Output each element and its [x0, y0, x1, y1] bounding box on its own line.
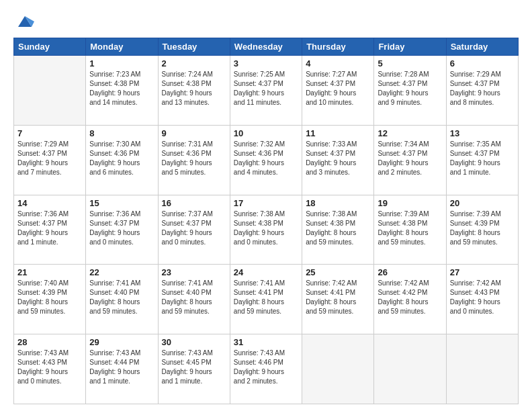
page: SundayMondayTuesdayWednesdayThursdayFrid… — [0, 0, 532, 411]
day-number: 6 — [450, 58, 515, 68]
day-info: Sunrise: 7:43 AM Sunset: 4:45 PM Dayligh… — [162, 349, 226, 386]
calendar-table: SundayMondayTuesdayWednesdayThursdayFrid… — [13, 38, 519, 404]
day-number: 31 — [234, 337, 298, 347]
day-info: Sunrise: 7:40 AM Sunset: 4:39 PM Dayligh… — [17, 279, 82, 316]
day-number: 4 — [306, 58, 370, 68]
calendar-cell: 15Sunrise: 7:36 AM Sunset: 4:37 PM Dayli… — [86, 195, 158, 265]
day-info: Sunrise: 7:25 AM Sunset: 4:37 PM Dayligh… — [234, 70, 298, 107]
day-number: 26 — [378, 267, 442, 277]
day-number: 2 — [162, 58, 226, 68]
calendar-week-2: 14Sunrise: 7:36 AM Sunset: 4:37 PM Dayli… — [14, 195, 519, 265]
calendar-cell: 22Sunrise: 7:41 AM Sunset: 4:40 PM Dayli… — [86, 265, 158, 334]
day-info: Sunrise: 7:42 AM Sunset: 4:43 PM Dayligh… — [450, 279, 515, 316]
day-info: Sunrise: 7:36 AM Sunset: 4:37 PM Dayligh… — [17, 210, 82, 247]
calendar-cell: 8Sunrise: 7:30 AM Sunset: 4:36 PM Daylig… — [86, 125, 158, 195]
day-info: Sunrise: 7:28 AM Sunset: 4:37 PM Dayligh… — [378, 70, 442, 107]
calendar-cell: 31Sunrise: 7:43 AM Sunset: 4:46 PM Dayli… — [230, 334, 302, 404]
day-number: 13 — [450, 128, 515, 138]
day-number: 15 — [89, 198, 154, 208]
calendar-cell: 24Sunrise: 7:41 AM Sunset: 4:41 PM Dayli… — [230, 265, 302, 334]
day-number: 12 — [378, 128, 442, 138]
day-info: Sunrise: 7:34 AM Sunset: 4:37 PM Dayligh… — [378, 140, 442, 177]
day-number: 3 — [234, 58, 298, 68]
day-info: Sunrise: 7:41 AM Sunset: 4:41 PM Dayligh… — [234, 279, 298, 316]
day-info: Sunrise: 7:38 AM Sunset: 4:38 PM Dayligh… — [306, 210, 370, 247]
calendar-cell: 30Sunrise: 7:43 AM Sunset: 4:45 PM Dayli… — [158, 334, 230, 404]
calendar-cell: 26Sunrise: 7:42 AM Sunset: 4:42 PM Dayli… — [374, 265, 446, 334]
day-number: 30 — [162, 337, 226, 347]
calendar-cell: 12Sunrise: 7:34 AM Sunset: 4:37 PM Dayli… — [374, 125, 446, 195]
calendar-cell: 18Sunrise: 7:38 AM Sunset: 4:38 PM Dayli… — [302, 195, 374, 265]
day-info: Sunrise: 7:39 AM Sunset: 4:39 PM Dayligh… — [450, 210, 515, 247]
day-info: Sunrise: 7:32 AM Sunset: 4:36 PM Dayligh… — [234, 140, 298, 177]
logo-icon — [15, 12, 34, 31]
calendar-cell: 11Sunrise: 7:33 AM Sunset: 4:37 PM Dayli… — [302, 125, 374, 195]
day-info: Sunrise: 7:38 AM Sunset: 4:38 PM Dayligh… — [234, 210, 298, 247]
calendar-week-4: 28Sunrise: 7:43 AM Sunset: 4:43 PM Dayli… — [14, 334, 519, 404]
calendar-cell: 10Sunrise: 7:32 AM Sunset: 4:36 PM Dayli… — [230, 125, 302, 195]
day-info: Sunrise: 7:29 AM Sunset: 4:37 PM Dayligh… — [17, 140, 82, 177]
day-info: Sunrise: 7:37 AM Sunset: 4:37 PM Dayligh… — [162, 210, 226, 247]
day-number: 18 — [306, 198, 370, 208]
calendar-cell: 2Sunrise: 7:24 AM Sunset: 4:38 PM Daylig… — [158, 56, 230, 126]
day-number: 16 — [162, 198, 226, 208]
day-number: 5 — [378, 58, 442, 68]
calendar-cell: 20Sunrise: 7:39 AM Sunset: 4:39 PM Dayli… — [446, 195, 518, 265]
weekday-header-friday: Friday — [374, 38, 446, 56]
calendar-cell: 6Sunrise: 7:29 AM Sunset: 4:37 PM Daylig… — [446, 56, 518, 126]
day-info: Sunrise: 7:39 AM Sunset: 4:38 PM Dayligh… — [378, 210, 442, 247]
calendar-cell: 25Sunrise: 7:42 AM Sunset: 4:41 PM Dayli… — [302, 265, 374, 334]
day-info: Sunrise: 7:27 AM Sunset: 4:37 PM Dayligh… — [306, 70, 370, 107]
day-number: 1 — [89, 58, 154, 68]
calendar-cell: 1Sunrise: 7:23 AM Sunset: 4:38 PM Daylig… — [86, 56, 158, 126]
calendar-cell: 4Sunrise: 7:27 AM Sunset: 4:37 PM Daylig… — [302, 56, 374, 126]
calendar-cell: 7Sunrise: 7:29 AM Sunset: 4:37 PM Daylig… — [14, 125, 86, 195]
day-info: Sunrise: 7:23 AM Sunset: 4:38 PM Dayligh… — [89, 70, 154, 107]
day-info: Sunrise: 7:41 AM Sunset: 4:40 PM Dayligh… — [162, 279, 226, 316]
day-info: Sunrise: 7:31 AM Sunset: 4:36 PM Dayligh… — [162, 140, 226, 177]
day-number: 19 — [378, 198, 442, 208]
calendar-cell: 14Sunrise: 7:36 AM Sunset: 4:37 PM Dayli… — [14, 195, 86, 265]
day-info: Sunrise: 7:30 AM Sunset: 4:36 PM Dayligh… — [89, 140, 154, 177]
day-number: 9 — [162, 128, 226, 138]
logo — [13, 12, 34, 31]
day-info: Sunrise: 7:42 AM Sunset: 4:42 PM Dayligh… — [378, 279, 442, 316]
day-number: 21 — [17, 267, 82, 277]
calendar-week-3: 21Sunrise: 7:40 AM Sunset: 4:39 PM Dayli… — [14, 265, 519, 334]
day-number: 7 — [17, 128, 82, 138]
calendar-cell: 9Sunrise: 7:31 AM Sunset: 4:36 PM Daylig… — [158, 125, 230, 195]
calendar-cell — [446, 334, 518, 404]
weekday-header-thursday: Thursday — [302, 38, 374, 56]
calendar-cell: 13Sunrise: 7:35 AM Sunset: 4:37 PM Dayli… — [446, 125, 518, 195]
day-number: 29 — [89, 337, 154, 347]
day-number: 17 — [234, 198, 298, 208]
day-info: Sunrise: 7:43 AM Sunset: 4:46 PM Dayligh… — [234, 349, 298, 386]
calendar-cell: 3Sunrise: 7:25 AM Sunset: 4:37 PM Daylig… — [230, 56, 302, 126]
calendar-cell: 17Sunrise: 7:38 AM Sunset: 4:38 PM Dayli… — [230, 195, 302, 265]
day-number: 8 — [89, 128, 154, 138]
calendar-cell: 16Sunrise: 7:37 AM Sunset: 4:37 PM Dayli… — [158, 195, 230, 265]
weekday-header-row: SundayMondayTuesdayWednesdayThursdayFrid… — [14, 38, 519, 56]
day-info: Sunrise: 7:35 AM Sunset: 4:37 PM Dayligh… — [450, 140, 515, 177]
calendar-cell — [14, 56, 86, 126]
weekday-header-wednesday: Wednesday — [230, 38, 302, 56]
calendar-cell — [374, 334, 446, 404]
day-number: 14 — [17, 198, 82, 208]
calendar-cell: 28Sunrise: 7:43 AM Sunset: 4:43 PM Dayli… — [14, 334, 86, 404]
calendar-cell: 5Sunrise: 7:28 AM Sunset: 4:37 PM Daylig… — [374, 56, 446, 126]
calendar-cell: 29Sunrise: 7:43 AM Sunset: 4:44 PM Dayli… — [86, 334, 158, 404]
day-number: 27 — [450, 267, 515, 277]
weekday-header-saturday: Saturday — [446, 38, 518, 56]
day-info: Sunrise: 7:36 AM Sunset: 4:37 PM Dayligh… — [89, 210, 154, 247]
day-number: 23 — [162, 267, 226, 277]
calendar-cell: 27Sunrise: 7:42 AM Sunset: 4:43 PM Dayli… — [446, 265, 518, 334]
calendar-cell: 23Sunrise: 7:41 AM Sunset: 4:40 PM Dayli… — [158, 265, 230, 334]
day-info: Sunrise: 7:24 AM Sunset: 4:38 PM Dayligh… — [162, 70, 226, 107]
weekday-header-monday: Monday — [86, 38, 158, 56]
day-info: Sunrise: 7:43 AM Sunset: 4:43 PM Dayligh… — [17, 349, 82, 386]
calendar-cell: 19Sunrise: 7:39 AM Sunset: 4:38 PM Dayli… — [374, 195, 446, 265]
header — [13, 12, 519, 31]
day-number: 25 — [306, 267, 370, 277]
calendar-week-0: 1Sunrise: 7:23 AM Sunset: 4:38 PM Daylig… — [14, 56, 519, 126]
weekday-header-sunday: Sunday — [14, 38, 86, 56]
